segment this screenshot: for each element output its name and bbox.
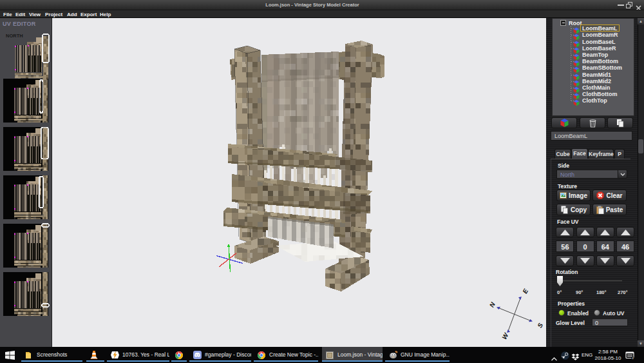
svg-text:N: N: [488, 300, 497, 308]
svg-text:W: W: [500, 331, 510, 340]
svg-text:S: S: [536, 322, 544, 329]
svg-text:E: E: [521, 288, 529, 295]
svg-text:NORTH: NORTH: [6, 33, 23, 39]
svg-text:o: o: [632, 357, 634, 360]
